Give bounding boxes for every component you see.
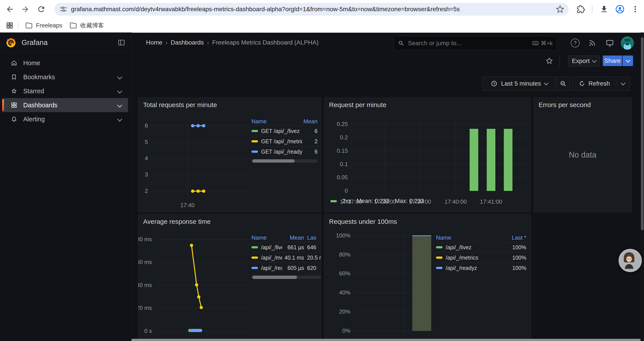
share-button[interactable]: Share bbox=[603, 56, 622, 66]
breadcrumb-dashboards[interactable]: Dashboards bbox=[171, 39, 204, 46]
sidebar-item-alerting[interactable]: Alerting bbox=[2, 112, 128, 126]
legend-value: 2 bbox=[302, 138, 318, 145]
search-box[interactable]: ⌘+k bbox=[394, 36, 557, 51]
legend-header: NameLast * bbox=[436, 233, 526, 242]
home-icon bbox=[10, 60, 18, 67]
legend-scrollbar-thumb[interactable] bbox=[252, 159, 294, 163]
chart-plot-requests-under-100ms bbox=[354, 233, 432, 335]
export-button[interactable]: Export bbox=[568, 56, 600, 67]
help-button[interactable]: ? bbox=[570, 38, 580, 48]
panel-title[interactable]: Total requests per minute bbox=[143, 101, 217, 109]
user-avatar[interactable] bbox=[621, 37, 634, 50]
legend-row[interactable]: GET /api/_/livez6 bbox=[252, 126, 318, 136]
reload-icon bbox=[37, 5, 46, 14]
url-input[interactable] bbox=[71, 6, 552, 13]
legend-series-name: /api/_/metrics bbox=[252, 254, 282, 261]
x-axis-tick: 17:41:00 bbox=[480, 198, 502, 205]
brand-row: Grafana bbox=[0, 33, 132, 53]
legend-row[interactable]: GET /api/_/metrics2 bbox=[252, 136, 318, 146]
legend-scrollbar[interactable] bbox=[252, 159, 318, 163]
legend-header: NameMeanLas bbox=[252, 233, 321, 242]
sidebar-item-home[interactable]: Home bbox=[2, 56, 128, 70]
bookmark-folder-freeleaps[interactable]: Freeleaps bbox=[22, 20, 66, 31]
site-settings-icon[interactable] bbox=[59, 5, 68, 14]
floating-assistant-avatar[interactable] bbox=[618, 249, 642, 272]
legend-column-las[interactable]: Las bbox=[304, 234, 321, 241]
y-axis-tick: 0 s bbox=[138, 327, 152, 334]
bookmark-folder-blogs[interactable]: 收藏博客 bbox=[66, 20, 108, 31]
reload-button[interactable] bbox=[35, 3, 48, 16]
no-data-message: No data bbox=[534, 98, 632, 212]
panel-average-response-time: Average response time80 ms60 ms40 ms20 m… bbox=[138, 214, 321, 341]
vertical-scrollbar[interactable] bbox=[640, 33, 644, 341]
legend-column-last[interactable]: Last * bbox=[502, 234, 526, 241]
legend-row[interactable]: /api/_/readyz605 µs620 bbox=[252, 263, 321, 273]
series-point bbox=[196, 124, 200, 127]
legend-column-mean[interactable]: Mean bbox=[282, 234, 304, 241]
refresh-button[interactable]: Refresh bbox=[573, 77, 616, 90]
forward-button[interactable] bbox=[19, 3, 32, 16]
profile-button[interactable] bbox=[613, 3, 626, 16]
browser-menu-button[interactable] bbox=[629, 3, 642, 16]
legend-row[interactable]: /api/_/livez100% bbox=[436, 242, 526, 252]
favorite-dashboard-button[interactable] bbox=[544, 56, 554, 66]
bar bbox=[486, 129, 495, 191]
legend-series-name: GET /api/_/readyz bbox=[252, 149, 302, 155]
panel-request-per-minute: Request per minute0.250.20.150.10.05017:… bbox=[324, 97, 531, 212]
bookmarks-bar: Freeleaps 收藏博客 bbox=[0, 19, 644, 33]
panel-title[interactable]: Average response time bbox=[143, 218, 211, 225]
extensions-button[interactable] bbox=[574, 3, 588, 16]
downloads-button[interactable] bbox=[598, 3, 611, 16]
bookmark-label: Freeleaps bbox=[36, 22, 62, 29]
panel-title[interactable]: Request per minute bbox=[329, 101, 386, 109]
back-icon bbox=[6, 5, 14, 14]
zoom-out-time-button[interactable] bbox=[556, 77, 570, 90]
sidebar-item-starred[interactable]: Starred bbox=[2, 84, 128, 98]
legend-series-name[interactable]: 2xx bbox=[342, 198, 351, 204]
chart-plot-average-response-time bbox=[155, 237, 249, 335]
refresh-interval-button[interactable] bbox=[616, 77, 630, 90]
legend-value: 100% bbox=[502, 265, 526, 271]
legend-column-name[interactable]: Name bbox=[252, 234, 282, 241]
horizontal-scrollbar[interactable] bbox=[132, 339, 640, 341]
sidebar-item-bookmarks[interactable]: Bookmarks bbox=[2, 70, 128, 84]
share-menu-button[interactable] bbox=[622, 56, 633, 66]
legend-row[interactable]: /api/_/metrics100% bbox=[436, 252, 526, 263]
apps-grid-button[interactable] bbox=[3, 19, 16, 32]
legend-scrollbar[interactable] bbox=[252, 276, 321, 279]
legend-column-name[interactable]: Name bbox=[436, 234, 502, 241]
dashboards-grid-icon bbox=[10, 102, 18, 109]
monitor-icon bbox=[606, 39, 614, 47]
vertical-scrollbar-thumb[interactable] bbox=[641, 37, 644, 230]
time-range-picker[interactable]: Last 5 minutes bbox=[482, 77, 556, 90]
collapse-sidebar-button[interactable] bbox=[118, 39, 126, 47]
kiosk-mode-button[interactable] bbox=[604, 38, 615, 48]
sidebar-item-dashboards[interactable]: Dashboards bbox=[2, 98, 128, 112]
url-bar[interactable] bbox=[54, 3, 568, 16]
y-axis-tick: 0.25 bbox=[324, 121, 348, 128]
chevron-down-icon bbox=[544, 81, 548, 85]
search-input[interactable] bbox=[408, 40, 529, 47]
legend-row[interactable]: /api/_/readyz100% bbox=[436, 263, 526, 273]
bar bbox=[504, 129, 512, 191]
back-button[interactable] bbox=[3, 3, 16, 16]
breadcrumb-home[interactable]: Home bbox=[146, 39, 162, 46]
series-point bbox=[202, 189, 206, 193]
legend-row[interactable]: /api/_/livez661 µs646 bbox=[252, 242, 321, 252]
panel-title[interactable]: Requests under 100ms bbox=[329, 218, 397, 225]
legend-column-name[interactable]: Name bbox=[252, 118, 302, 125]
legend-row[interactable]: /api/_/metrics40.1 ms20.5 r bbox=[252, 252, 321, 263]
news-button[interactable] bbox=[587, 38, 598, 48]
bookmark-star-icon[interactable] bbox=[556, 5, 564, 14]
y-axis-tick: 0.15 bbox=[324, 147, 348, 154]
y-axis-tick: 0.2 bbox=[324, 134, 348, 141]
brand-title[interactable]: Grafana bbox=[22, 38, 48, 47]
legend-row[interactable]: GET /api/_/readyz6 bbox=[252, 146, 318, 157]
keyboard-icon bbox=[532, 40, 539, 47]
legend-scrollbar-thumb[interactable] bbox=[252, 276, 297, 279]
y-axis-tick: 0.1 bbox=[324, 161, 348, 168]
grafana-logo-icon[interactable] bbox=[5, 37, 17, 48]
rss-icon bbox=[588, 39, 596, 47]
legend-column-mean[interactable]: Mean bbox=[302, 118, 318, 125]
apps-grid-icon bbox=[6, 22, 13, 29]
